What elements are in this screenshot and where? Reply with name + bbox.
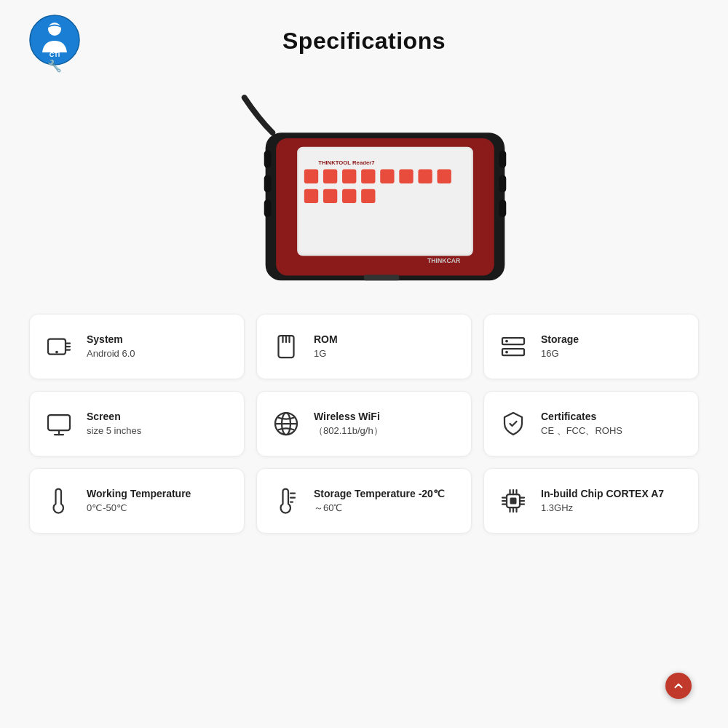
spec-text-storage-temp: Storage Temperature -20℃ ～60℃: [314, 487, 445, 515]
spec-value-chip: 1.3GHz: [541, 502, 664, 515]
svg-point-32: [56, 352, 58, 353]
svg-text:CTI: CTI: [50, 51, 60, 58]
device-image-container: THINKTOOL Reader7 THINKCAR: [0, 55, 728, 302]
svg-rect-17: [361, 170, 375, 183]
svg-rect-20: [418, 170, 432, 183]
thermometer-icon: [43, 485, 75, 517]
svg-rect-7: [499, 151, 507, 168]
spec-label-chip: In-build Chip CORTEX A7: [541, 487, 664, 500]
svg-rect-6: [264, 199, 272, 217]
spec-text-working-temp: Working Temperature 0℃-50℃: [87, 487, 191, 515]
wifi-globe-icon: [270, 408, 302, 440]
svg-rect-41: [48, 415, 70, 430]
svg-rect-15: [323, 170, 337, 183]
spec-card-chip: In-build Chip CORTEX A7 1.3GHz: [483, 468, 699, 534]
shield-icon: [497, 408, 529, 440]
svg-rect-5: [264, 175, 272, 192]
spec-value-screen: size 5 inches: [87, 424, 141, 438]
sd-card-icon: [270, 331, 302, 363]
spec-label-storage: Storage: [541, 333, 579, 346]
spec-label-certificates: Certificates: [541, 410, 622, 423]
chevron-up-icon: [672, 679, 685, 692]
spec-value-certificates: CE 、FCC、ROHS: [541, 424, 622, 438]
chip-icon: [497, 485, 529, 517]
thermometer-cold-icon: [270, 485, 302, 517]
spec-text-chip: In-build Chip CORTEX A7 1.3GHz: [541, 487, 664, 515]
spec-card-system: System Android 6.0: [29, 314, 245, 379]
spec-text-screen: Screen size 5 inches: [87, 410, 141, 438]
spec-label-rom: ROM: [314, 333, 338, 346]
spec-card-storage-temp: Storage Temperature -20℃ ～60℃: [256, 468, 472, 534]
spec-card-rom: ROM 1G: [256, 314, 472, 379]
svg-rect-4: [264, 151, 272, 168]
spec-text-wireless: Wireless WiFi （802.11b/g/h）: [314, 410, 383, 438]
svg-rect-25: [361, 189, 375, 203]
spec-value-system: Android 6.0: [87, 347, 135, 360]
spec-card-screen: Screen size 5 inches: [29, 391, 245, 456]
spec-card-working-temp: Working Temperature 0℃-50℃: [29, 468, 245, 534]
spec-label-wireless: Wireless WiFi: [314, 410, 383, 423]
device-image: THINKTOOL Reader7 THINKCAR: [0, 76, 728, 288]
spec-value-storage: 16G: [541, 347, 579, 360]
spec-text-rom: ROM 1G: [314, 333, 338, 360]
spec-value-wireless: （802.11b/g/h）: [314, 424, 383, 438]
svg-rect-18: [380, 170, 394, 183]
tablet-icon: [43, 331, 75, 363]
spec-label-storage-temp: Storage Temperature -20℃: [314, 487, 445, 500]
svg-rect-24: [342, 189, 356, 203]
page-title: Specifications: [0, 0, 728, 55]
scroll-top-button[interactable]: [665, 673, 692, 699]
svg-rect-22: [304, 189, 318, 203]
spec-text-storage: Storage 16G: [541, 333, 579, 360]
spec-text-system: System Android 6.0: [87, 333, 135, 360]
spec-value-rom: 1G: [314, 347, 338, 360]
svg-rect-21: [438, 170, 451, 183]
spec-label-screen: Screen: [87, 410, 141, 423]
svg-rect-16: [342, 170, 356, 183]
spec-value-storage-temp: ～60℃: [314, 502, 445, 515]
spec-card-wireless: Wireless WiFi （802.11b/g/h）: [256, 391, 472, 456]
logo: CTI 🔧: [29, 15, 87, 73]
svg-rect-62: [510, 498, 517, 505]
svg-rect-19: [399, 170, 413, 183]
spec-label-system: System: [87, 333, 135, 346]
spec-card-storage: Storage 16G: [483, 314, 699, 379]
svg-text:THINKCAR: THINKCAR: [427, 257, 461, 264]
svg-rect-27: [364, 275, 399, 281]
specs-grid: System Android 6.0 ROM 1G: [0, 302, 728, 545]
spec-value-working-temp: 0℃-50℃: [87, 502, 191, 515]
svg-rect-8: [499, 175, 507, 192]
svg-rect-14: [304, 170, 318, 183]
svg-rect-23: [323, 189, 337, 203]
svg-text:THINKTOOL Reader7: THINKTOOL Reader7: [318, 159, 374, 166]
screen-icon: [43, 408, 75, 440]
spec-label-working-temp: Working Temperature: [87, 487, 191, 500]
spec-card-certificates: Certificates CE 、FCC、ROHS: [483, 391, 699, 456]
spec-text-certificates: Certificates CE 、FCC、ROHS: [541, 410, 622, 438]
storage-icon: [497, 331, 529, 363]
svg-rect-9: [499, 199, 507, 217]
